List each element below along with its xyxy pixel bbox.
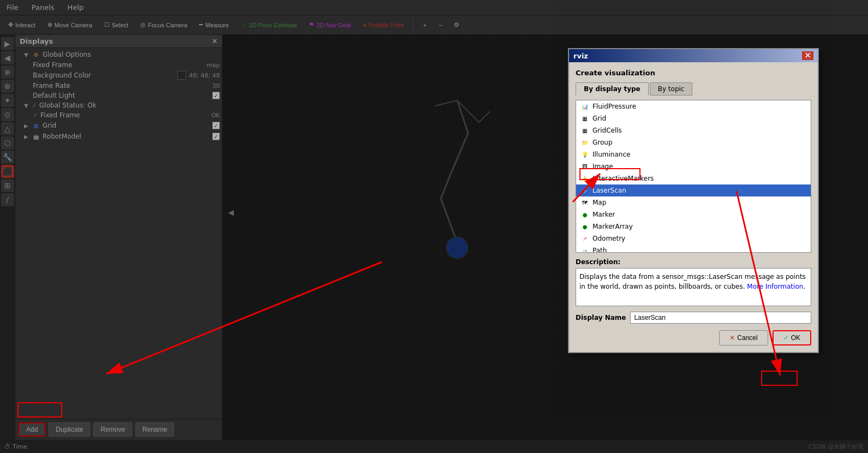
viz-item-illuminance[interactable]: 💡 Illuminance <box>576 148 811 160</box>
grid-cells-icon: ▦ <box>580 126 589 135</box>
grid-viz-icon: ▦ <box>580 114 589 123</box>
description-text: Displays the data from a sensor_msgs::La… <box>576 268 811 306</box>
viz-item-laser-scan[interactable]: ⊹ LaserScan <box>576 184 811 196</box>
viz-list-container[interactable]: 📊 FluidPressure ▦ Grid ▦ GridCells 📁 Gro… <box>576 100 811 253</box>
viz-item-interactive-markers[interactable]: 👆 InteractiveMarkers <box>576 172 811 184</box>
path-label: Path <box>592 247 607 253</box>
viz-item-group[interactable]: 📁 Group <box>576 136 811 148</box>
ok-label: OK <box>791 334 800 342</box>
cancel-button[interactable]: ✕ Cancel <box>719 330 768 345</box>
viz-item-odometry[interactable]: ↗ Odometry <box>576 233 811 245</box>
odometry-icon: ↗ <box>580 234 589 243</box>
marker-array-label: MarkerArray <box>592 223 633 230</box>
ok-icon: ✓ <box>783 334 789 342</box>
tab-by-display-type[interactable]: By display type <box>576 82 649 96</box>
group-label: Group <box>592 139 613 146</box>
marker-icon: ● <box>580 210 589 219</box>
cancel-label: Cancel <box>737 334 757 342</box>
interactive-markers-icon: 👆 <box>580 174 589 183</box>
dialog-titlebar: rviz ✕ <box>569 49 818 62</box>
create-viz-label: Create visualization <box>576 69 811 77</box>
dialog-body: Create visualization By display type By … <box>569 62 818 352</box>
description-label: Description: <box>576 258 811 266</box>
cancel-icon: ✕ <box>729 334 735 342</box>
interactive-markers-label: InteractiveMarkers <box>592 175 654 182</box>
fluid-pressure-icon: 📊 <box>580 102 589 111</box>
viz-item-path[interactable]: → Path <box>576 245 811 253</box>
viz-item-marker[interactable]: ● Marker <box>576 208 811 220</box>
map-icon: 🗺 <box>580 198 589 207</box>
grid-cells-label: GridCells <box>592 127 622 134</box>
image-label: Image <box>592 163 613 170</box>
viz-item-map[interactable]: 🗺 Map <box>576 196 811 208</box>
tab-by-topic[interactable]: By topic <box>650 82 693 96</box>
marker-label: Marker <box>592 211 615 218</box>
marker-array-icon: ● <box>580 222 589 231</box>
viz-item-image[interactable]: 🖼 Image <box>576 160 811 172</box>
viz-item-fluid-pressure[interactable]: 📊 FluidPressure <box>576 100 811 112</box>
display-name-section: Display Name <box>576 312 811 324</box>
display-name-input[interactable] <box>630 312 811 324</box>
group-icon: 📁 <box>580 138 589 147</box>
display-name-label: Display Name <box>576 314 626 321</box>
illuminance-label: Illuminance <box>592 151 630 158</box>
path-icon: → <box>580 246 589 253</box>
description-section: Description: Displays the data from a se… <box>576 258 811 306</box>
description-period: . <box>803 283 805 290</box>
dialog-title: rviz <box>573 52 588 60</box>
ok-button[interactable]: ✓ OK <box>773 330 811 345</box>
viz-item-marker-array[interactable]: ● MarkerArray <box>576 220 811 233</box>
illuminance-icon: 💡 <box>580 150 589 159</box>
viz-item-grid-cells[interactable]: ▦ GridCells <box>576 124 811 136</box>
image-icon: 🖼 <box>580 162 589 171</box>
dialog-tabs: By display type By topic <box>576 82 811 96</box>
laser-scan-icon: ⊹ <box>580 186 589 195</box>
create-visualization-dialog: rviz ✕ Create visualization By display t… <box>568 48 819 353</box>
laser-scan-label: LaserScan <box>592 187 626 194</box>
dialog-close-button[interactable]: ✕ <box>802 51 813 60</box>
odometry-label: Odometry <box>592 235 625 242</box>
fluid-pressure-label: FluidPressure <box>592 103 636 110</box>
map-label: Map <box>592 199 606 206</box>
grid-viz-label: Grid <box>592 115 606 122</box>
dialog-buttons: ✕ Cancel ✓ OK <box>576 330 811 345</box>
more-info-link[interactable]: More Information <box>747 283 803 290</box>
viz-item-grid[interactable]: ▦ Grid <box>576 112 811 124</box>
